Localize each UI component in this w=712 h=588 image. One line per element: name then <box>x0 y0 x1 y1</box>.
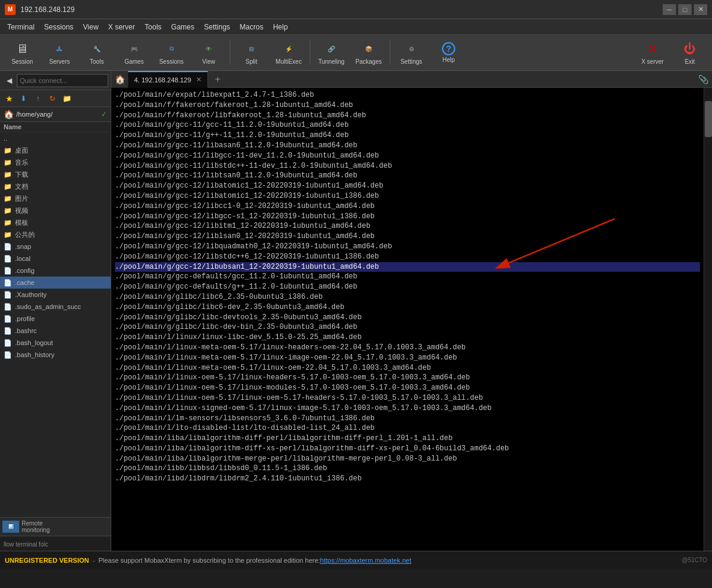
servers-button[interactable]: 🖧 Servers <box>42 37 77 69</box>
split-label: Split <box>245 58 257 65</box>
file-item[interactable]: 📁公共的 <box>0 228 111 240</box>
session-button[interactable]: 🖥 Session <box>5 37 40 69</box>
close-button[interactable]: ✕ <box>694 4 707 15</box>
status-link[interactable]: https://mobaxterm.mobatek.net <box>320 557 411 564</box>
maximize-button[interactable]: □ <box>678 4 692 15</box>
multiexec-icon: ⚡ <box>280 40 297 57</box>
session-label: Session <box>11 58 33 65</box>
menu-xserver[interactable]: X server <box>103 22 140 32</box>
file-item[interactable]: 📁视频 <box>0 204 111 216</box>
file-item[interactable]: 📁下载 <box>0 168 111 180</box>
home-path: /home/yang/ <box>16 111 99 118</box>
help-button[interactable]: ? Help <box>431 37 466 69</box>
file-icon: 📄 <box>4 291 13 299</box>
file-icon: 📄 <box>4 351 13 359</box>
terminal-line: ./pool/main/l/linux-meta-oem-5.17/linux-… <box>115 363 700 373</box>
remote-icon: 📊 <box>2 521 19 533</box>
terminal-line: ./pool/main/l/lm-sensors/libsensors5_3.6… <box>115 414 700 424</box>
file-item[interactable]: 📁图片 <box>0 192 111 204</box>
menu-view[interactable]: View <box>78 22 103 32</box>
sidebar-bookmark-btn[interactable]: ⬇ <box>17 92 30 105</box>
terminal-scrollbar[interactable] <box>704 88 712 551</box>
exit-icon: ⏻ <box>681 40 698 57</box>
file-item[interactable]: 📄.bashrc <box>0 325 111 337</box>
terminal-container: 🏠 4. 192.168.248.129 ✕ + 📎 ./pool/main/e… <box>111 71 712 551</box>
file-item[interactable]: 📄.Xauthority <box>0 289 111 301</box>
terminal[interactable]: ./pool/main/e/expat/libexpat1_2.4.7-1_i3… <box>111 88 704 551</box>
file-name: .profile <box>15 315 35 322</box>
tab-1[interactable]: 4. 192.168.248.129 ✕ <box>128 71 208 88</box>
title-bar: M 192.168.248.129 ─ □ ✕ <box>0 0 712 19</box>
settings-button[interactable]: ⚙ Settings <box>394 37 429 69</box>
file-item[interactable]: .. <box>0 132 111 144</box>
terminal-line: ./pool/main/liba/libalgorithm-merge-perl… <box>115 454 700 464</box>
quick-connect-input[interactable] <box>17 74 108 87</box>
settings-label: Settings <box>400 58 422 65</box>
file-item[interactable]: 📄.profile <box>0 313 111 325</box>
file-list[interactable]: ..📁桌面📁音乐📁下载📁文档📁图片📁视频📁模板📁公共的📄.snap📄.local… <box>0 132 111 517</box>
menu-tools[interactable]: Tools <box>140 22 167 32</box>
exit-button[interactable]: ⏻ Exit <box>672 37 707 69</box>
file-item[interactable]: 📄.sudo_as_admin_succ <box>0 301 111 313</box>
file-icon: 📄 <box>4 303 13 311</box>
file-item[interactable]: 📄.bash_logout <box>0 337 111 349</box>
menu-terminal[interactable]: Terminal <box>2 22 39 32</box>
file-item[interactable]: 📁模板 <box>0 216 111 228</box>
tab-1-close[interactable]: ✕ <box>195 75 203 84</box>
main-area: ◀ ★ ⬇ ↑ ↻ 📁 🏠 /home/yang/ ✓ Name ..📁桌面📁音… <box>0 71 712 551</box>
file-name: 下载 <box>15 170 28 179</box>
file-item[interactable]: 📄.cache <box>0 277 111 289</box>
file-item[interactable]: 📄.local <box>0 253 111 265</box>
status-message: Please support MobaxXterm by subscribing… <box>99 557 321 564</box>
packages-button[interactable]: 📦 Packages <box>351 37 386 69</box>
file-name: 文档 <box>15 182 28 191</box>
sidebar-nav-left[interactable]: ◀ <box>2 74 16 87</box>
menu-games[interactable]: Games <box>167 22 200 32</box>
tunneling-button[interactable]: 🔗 Tunneling <box>314 37 349 69</box>
file-name: .config <box>15 267 34 274</box>
file-name: .bash_logout <box>15 339 53 346</box>
file-item[interactable]: 📄.bash_history <box>0 349 111 361</box>
terminal-line: ./pool/main/g/gcc-11/libgcc-11-dev_11.2.… <box>115 151 700 161</box>
scroll-thumb[interactable] <box>705 101 712 137</box>
view-button[interactable]: 👁 View <box>191 37 226 69</box>
terminal-line: ./pool/main/libb/libbsd/libbsd0_0.11.5-1… <box>115 464 700 474</box>
split-button[interactable]: ⊟ Split <box>234 37 269 69</box>
xserver-button[interactable]: ✕ X server <box>635 37 670 69</box>
status-dash: - <box>93 557 95 564</box>
menu-sessions[interactable]: Sessions <box>39 22 78 32</box>
servers-label: Servers <box>49 58 70 65</box>
multiexec-button[interactable]: ⚡ MultiExec <box>271 37 306 69</box>
sidebar-up-btn[interactable]: ↑ <box>31 92 44 105</box>
file-item[interactable]: 📁文档 <box>0 180 111 192</box>
file-item[interactable]: 📁音乐 <box>0 156 111 168</box>
packages-label: Packages <box>355 58 382 65</box>
attach-icon[interactable]: 📎 <box>698 75 708 84</box>
menu-macros[interactable]: Macros <box>235 22 268 32</box>
sessions2-button[interactable]: ⧉ Sessions <box>154 37 189 69</box>
tab-add-button[interactable]: + <box>210 72 225 87</box>
file-item[interactable]: 📁桌面 <box>0 144 111 156</box>
sidebar-home: 🏠 /home/yang/ ✓ <box>0 107 111 122</box>
menu-help[interactable]: Help <box>268 22 293 32</box>
file-name: 桌面 <box>15 146 28 155</box>
menu-settings[interactable]: Settings <box>199 22 235 32</box>
file-icon: 📄 <box>4 315 13 323</box>
sidebar-bottom: 📊 Remote monitoring <box>0 517 111 536</box>
file-item[interactable]: 📄.snap <box>0 240 111 253</box>
tools-button[interactable]: 🔧 Tools <box>79 37 114 69</box>
minimize-button[interactable]: ─ <box>663 4 676 15</box>
sidebar-refresh-btn[interactable]: ↻ <box>46 92 59 105</box>
terminal-line: ./pool/main/e/expat/libexpat1_2.4.7-1_i3… <box>115 90 700 100</box>
file-name: .bash_history <box>15 351 54 358</box>
sidebar-folder-btn[interactable]: 📁 <box>60 92 73 105</box>
sidebar-top: ◀ <box>0 71 111 90</box>
terminal-line: ./pool/main/g/gcc-12/libcc1-0_12-2022031… <box>115 201 700 212</box>
games-icon: 🎮 <box>126 40 143 57</box>
file-item[interactable]: 📄.config <box>0 265 111 277</box>
sidebar-star-btn[interactable]: ★ <box>2 92 16 105</box>
games-button[interactable]: 🎮 Games <box>117 37 152 69</box>
file-icon: 📁 <box>4 231 13 239</box>
tools-icon: 🔧 <box>88 40 105 57</box>
tab-home-btn[interactable]: 🏠 <box>111 71 128 88</box>
